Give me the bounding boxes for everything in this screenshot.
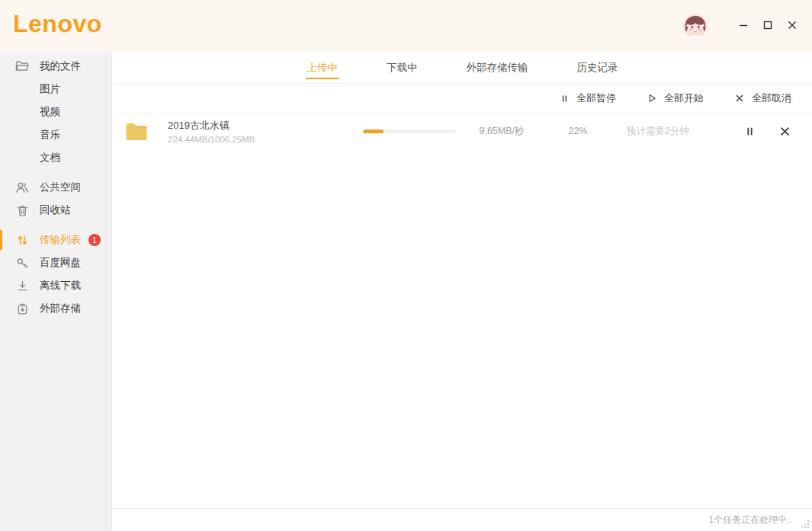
cancel-all-label: 全部取消 [752,91,791,105]
cancel-task-button[interactable] [777,123,792,139]
cancel-icon [734,93,745,104]
maximize-button[interactable] [759,16,777,34]
tab-history[interactable]: 历史记录 [576,52,620,83]
sidebar-group-shared: 公共空间 回收站 [0,176,111,222]
transfer-name-block: 2019古北水镇 224.44MB/1006.25MB [168,119,363,144]
transfer-name: 2019古北水镇 [168,119,363,133]
transfer-tabs: 上传中 下载中 外部存储传输 历史记录 [113,52,812,84]
sidebar-item-label: 回收站 [40,203,71,217]
sidebar-item-label: 外部存储 [40,302,81,315]
sidebar-item-label: 图片 [40,82,60,96]
lenovo-logo: Lenovo [13,10,102,38]
pause-all-button[interactable]: 全部暂停 [560,91,616,105]
sidebar-item-documents[interactable]: 文档 [0,146,111,169]
transfer-arrows-icon [14,232,30,248]
sidebar-item-external-storage[interactable]: 外部存储 [0,297,111,320]
sidebar-item-music[interactable]: 音乐 [0,123,111,146]
transfer-speed: 9.65MB/秒 [456,125,547,138]
tab-external-storage-transfer[interactable]: 外部存储传输 [465,52,530,83]
user-avatar[interactable] [683,14,708,38]
progress-fill [363,130,384,133]
transfer-list: 2019古北水镇 224.44MB/1006.25MB 9.65MB/秒 22%… [113,114,812,149]
close-button[interactable] [783,16,801,34]
app-window: { "header": { "logo": "Lenovo" }, "sideb… [0,0,812,531]
usb-storage-icon [14,301,30,316]
tab-uploading[interactable]: 上传中 [306,52,340,83]
status-text: 1个任务正在处理中.. [709,513,792,526]
sidebar-group-transfer: 传输列表 1 百度网盘 离线下载 [0,229,111,320]
sidebar-item-my-files[interactable]: 我的文件 [0,55,111,78]
pause-task-button[interactable] [742,123,757,139]
minimize-button[interactable] [734,16,753,34]
cancel-all-button[interactable]: 全部取消 [734,91,791,105]
yellow-folder-icon [125,122,148,142]
window-controls [734,16,801,34]
sidebar-item-pictures[interactable]: 图片 [0,78,111,101]
sidebar-item-label: 我的文件 [40,59,81,73]
sidebar-item-label: 视频 [40,105,60,119]
sidebar: 我的文件 图片 视频 音乐 文档 公共空间 [0,52,112,531]
transfer-row: 2019古北水镇 224.44MB/1006.25MB 9.65MB/秒 22%… [113,114,812,149]
sidebar-item-baidu-netdisk[interactable]: 百度网盘 [0,251,111,274]
status-bar: 1个任务正在处理中.. [113,508,812,531]
sidebar-item-videos[interactable]: 视频 [0,101,111,123]
minimize-icon [738,20,749,30]
progress-bar [363,130,456,133]
pause-icon [744,126,756,137]
sidebar-item-label: 公共空间 [40,181,81,194]
users-icon [14,180,30,195]
play-icon [647,93,657,104]
close-icon [787,20,798,30]
transfer-percent: 22% [547,126,608,136]
tab-label: 外部存储传输 [467,61,528,75]
tab-label: 下载中 [387,61,418,75]
sidebar-item-transfer-list[interactable]: 传输列表 1 [0,229,111,251]
start-all-label: 全部开始 [664,91,704,105]
transfer-toolbar: 全部暂停 全部开始 全部取消 [113,84,812,114]
main-panel: 上传中 下载中 外部存储传输 历史记录 全部暂停 全部开始 [113,52,812,531]
sidebar-item-label: 离线下载 [40,279,81,293]
resize-grip[interactable] [801,520,810,529]
sidebar-item-public-space[interactable]: 公共空间 [0,176,111,199]
tab-label: 上传中 [307,61,339,75]
sidebar-group-files: 我的文件 图片 视频 音乐 文档 [0,55,111,169]
avatar-icon [683,14,708,38]
transfer-count-badge: 1 [88,234,101,246]
transfer-row-controls [742,123,812,139]
transfer-size: 224.44MB/1006.25MB [168,135,363,144]
tab-downloading[interactable]: 下载中 [385,52,419,83]
sidebar-item-label: 百度网盘 [40,256,81,270]
start-all-button[interactable]: 全部开始 [647,91,704,105]
download-icon [14,278,30,293]
pause-all-label: 全部暂停 [576,91,616,105]
sidebar-item-label: 音乐 [40,128,60,142]
sidebar-item-label: 文档 [40,151,60,165]
key-icon [14,255,30,270]
sidebar-item-label: 传输列表 [40,233,81,247]
tab-label: 历史记录 [577,61,618,75]
sidebar-item-recycle-bin[interactable]: 回收站 [0,199,111,222]
header: Lenovo [0,0,812,52]
trash-icon [14,203,30,218]
pause-icon [560,94,570,104]
sidebar-item-offline-download[interactable]: 离线下载 [0,274,111,297]
transfer-eta: 预计需要2分钟 [608,125,708,138]
maximize-icon [762,20,773,30]
close-icon [778,125,791,138]
folder-icon [14,59,30,74]
